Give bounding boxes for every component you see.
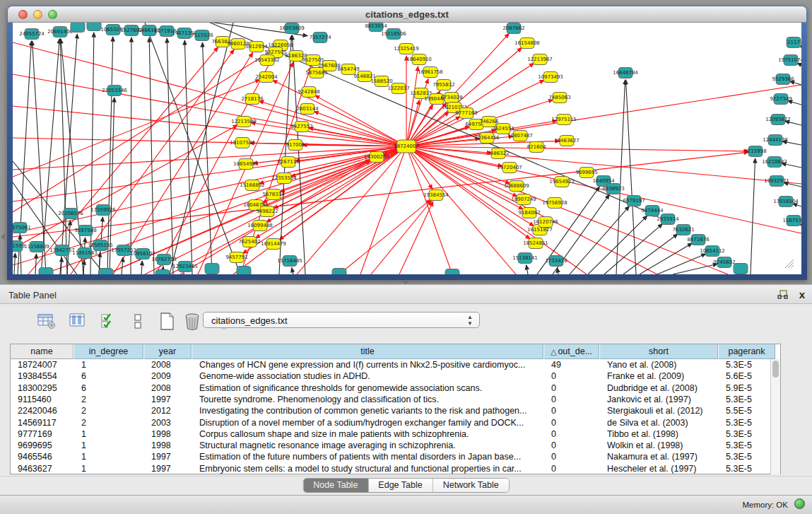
column-header-pagerank[interactable]: pagerank [719, 344, 775, 359]
column-header-in_degree[interactable]: in_degree [74, 344, 143, 359]
cell-year[interactable]: 1997 [144, 451, 192, 462]
cell-title[interactable]: Disruption of a novel member of a sodium… [192, 417, 544, 428]
cell-name[interactable]: 22420046 [11, 405, 74, 416]
citation-edge-black[interactable] [131, 37, 131, 274]
cell-out_de[interactable]: 0 [544, 405, 600, 416]
cell-in_degree[interactable]: 6 [74, 382, 144, 394]
cell-short[interactable]: de Silva et al. (2003) [600, 417, 719, 428]
cell-out_de[interactable]: 49 [544, 359, 600, 370]
citation-edge-red[interactable] [145, 160, 370, 274]
tab-node-table[interactable]: Node Table [303, 479, 368, 492]
cell-out_de[interactable]: 0 [544, 382, 600, 394]
cell-name[interactable]: 14569117 [11, 417, 74, 428]
cell-title[interactable]: Corpus callosum shape and size in male p… [192, 428, 544, 440]
row-height-icon[interactable] [129, 311, 150, 332]
citation-edge-red[interactable] [28, 47, 218, 274]
table-row[interactable]: 2242004622012Investigating the contribut… [11, 405, 771, 416]
citation-edge-red[interactable] [371, 201, 432, 274]
cell-in_degree[interactable]: 2 [74, 405, 144, 416]
citation-edge-red[interactable] [314, 112, 406, 146]
citation-edge-black[interactable] [292, 268, 293, 274]
cell-out_de[interactable]: 0 [544, 428, 600, 440]
cell-name[interactable]: 18300295 [11, 382, 74, 394]
cell-pagerank[interactable]: 5.3E-5 [719, 463, 776, 474]
table-settings-icon[interactable] [37, 311, 58, 332]
cell-in_degree[interactable]: 2 [74, 417, 144, 428]
new-document-icon[interactable] [157, 311, 178, 332]
cell-in_degree[interactable]: 1 [74, 463, 144, 474]
column-header-name[interactable]: name [11, 344, 73, 359]
cell-short[interactable]: Hescheler et al. (1997) [600, 463, 719, 474]
network-node[interactable] [205, 264, 219, 274]
citation-edge-black[interactable] [626, 80, 636, 274]
cell-pagerank[interactable]: 5.5E-5 [719, 405, 776, 416]
cell-year[interactable]: 2008 [144, 382, 192, 394]
citation-edge-black[interactable] [673, 264, 717, 274]
cell-out_de[interactable]: 0 [544, 394, 600, 405]
table-row[interactable]: 911546021997Tourette syndrome. Phenomeno… [11, 394, 771, 405]
cell-pagerank[interactable]: 5.3E-5 [719, 451, 776, 462]
cell-out_de[interactable]: 0 [544, 440, 600, 451]
cell-short[interactable]: Tibbo et al. (1998) [600, 428, 719, 440]
citation-edge-black[interactable] [83, 260, 84, 274]
cell-pagerank[interactable]: 5.6E-5 [719, 370, 776, 382]
cell-pagerank[interactable]: 5.3E-5 [719, 428, 776, 440]
table-row[interactable]: 1872400712008Changes of HCN gene express… [11, 359, 771, 370]
network-node[interactable] [332, 269, 346, 275]
float-window-icon[interactable] [777, 290, 788, 300]
citation-edge-red[interactable] [360, 146, 406, 274]
cell-in_degree[interactable]: 6 [74, 370, 144, 382]
citation-edge-black[interactable] [616, 80, 625, 274]
citation-edge-red[interactable] [13, 138, 406, 146]
cell-name[interactable]: 9115460 [11, 394, 74, 405]
cell-year[interactable]: 2008 [144, 359, 192, 370]
cell-title[interactable]: Changes of HCN gene expression and I(f) … [192, 359, 544, 370]
column-header-short[interactable]: short [600, 344, 718, 359]
select-rows-icon[interactable] [99, 311, 120, 332]
citation-edge-red[interactable] [13, 42, 406, 146]
network-node[interactable] [39, 268, 53, 275]
cell-title[interactable]: Estimation of significance thresholds fo… [192, 382, 544, 394]
cell-pagerank[interactable]: 5.3E-5 [719, 394, 776, 405]
citation-edge-black[interactable] [640, 243, 692, 274]
cell-name[interactable]: 9699695 [11, 440, 74, 451]
citation-edge-black[interactable] [558, 268, 558, 274]
cell-year[interactable]: 1998 [144, 440, 192, 451]
citation-edge-red[interactable] [399, 201, 433, 274]
table-row[interactable]: 946554611997Estimation of the future num… [11, 451, 771, 462]
resize-grip-icon[interactable] [783, 257, 794, 269]
cell-short[interactable]: Nakamura et al. (1997) [600, 451, 719, 462]
column-display-icon[interactable] [68, 311, 89, 332]
cell-year[interactable]: 1997 [144, 463, 192, 474]
cell-out_de[interactable]: 0 [544, 417, 600, 428]
network-node[interactable] [87, 23, 101, 31]
cell-in_degree[interactable]: 1 [74, 440, 144, 451]
cell-name[interactable]: 9777169 [11, 428, 74, 440]
cell-in_degree[interactable]: 1 [74, 428, 144, 440]
tab-network-table[interactable]: Network Table [433, 479, 509, 492]
citation-edge-black[interactable] [141, 261, 142, 274]
cell-out_de[interactable]: 0 [544, 463, 600, 474]
citation-edge-black[interactable] [526, 265, 528, 274]
cell-year[interactable]: 2009 [144, 370, 192, 382]
citation-edge-black[interactable] [60, 34, 77, 274]
cell-out_de[interactable]: 0 [544, 451, 600, 462]
trash-icon[interactable] [182, 311, 204, 332]
cell-year[interactable]: 2012 [144, 405, 192, 416]
cell-title[interactable]: Investigating the contribution of common… [192, 405, 544, 416]
citation-edge-black[interactable] [751, 158, 755, 274]
citation-edge-black[interactable] [167, 38, 173, 274]
cell-title[interactable]: Estimation of the future numbers of pati… [192, 451, 544, 462]
cell-title[interactable]: Tourette syndrome. Phenomenology and cla… [192, 394, 544, 405]
citation-edge-black[interactable] [90, 33, 94, 274]
cell-year[interactable]: 1998 [144, 428, 192, 440]
cell-pagerank[interactable]: 5.3E-5 [719, 440, 776, 451]
column-header-title[interactable]: title [192, 344, 543, 359]
network-node[interactable] [99, 269, 113, 275]
network-window-titlebar[interactable]: citations_edges.txt [8, 6, 806, 23]
citation-edge-red[interactable] [406, 66, 418, 146]
tab-edge-table[interactable]: Edge Table [368, 479, 433, 492]
citation-edge-black[interactable] [293, 35, 305, 274]
table-select-dropdown[interactable]: citations_edges.txt ▲▼ [203, 312, 480, 328]
table-row[interactable]: 1830029562008Estimation of significance … [11, 382, 771, 394]
